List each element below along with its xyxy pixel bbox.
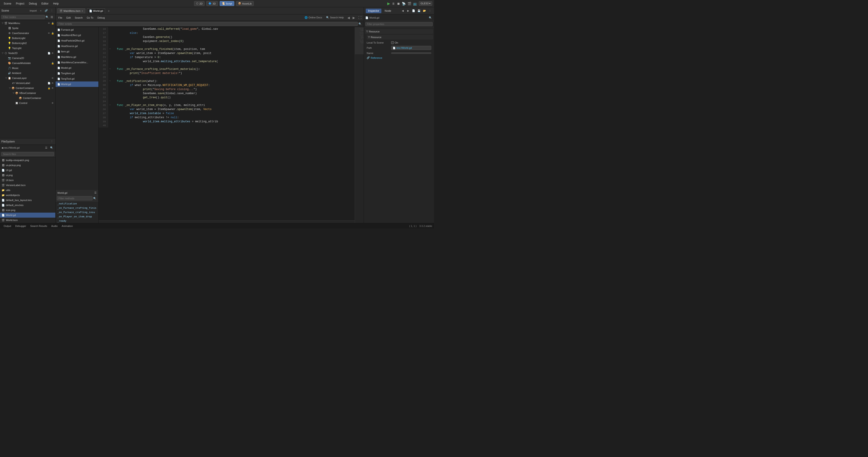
breakpoint-arrow[interactable] xyxy=(112,99,116,104)
script-item-heatitemeffect[interactable]: 📄 HeatItemEffect.gd xyxy=(56,32,98,38)
fold-arrow[interactable] xyxy=(108,51,112,55)
menu-project[interactable]: Project xyxy=(14,1,26,6)
tree-item-mainmenu[interactable]: ▽ 🎬 MainMenu 👁 🔒 xyxy=(0,21,55,26)
view-2d-button[interactable]: ⬡ 2D xyxy=(194,1,205,6)
eye-icon[interactable]: 👁 xyxy=(47,21,51,25)
eye-icon[interactable]: 👁 xyxy=(47,31,51,35)
eye-icon[interactable]: 👁 xyxy=(51,101,55,105)
breakpoint-arrow[interactable] xyxy=(112,47,116,51)
breakpoint-arrow[interactable] xyxy=(112,35,116,39)
breakpoint-arrow[interactable] xyxy=(112,87,116,91)
fold-arrow[interactable]: ▾ xyxy=(108,47,112,51)
breakpoint-arrow[interactable] xyxy=(112,63,116,67)
fs-item-ui-tscn[interactable]: 🎬 UI.tscn xyxy=(0,178,55,183)
tree-item-sprite[interactable]: 🖼 Sprite xyxy=(0,26,55,31)
tree-item-canvasmodulate[interactable]: 🎨 CanvasModulate 🔒 xyxy=(0,61,55,65)
import-label[interactable]: Import xyxy=(30,9,37,12)
script-filter-search-icon[interactable]: 🔍 xyxy=(358,22,362,26)
inspector-forward-icon[interactable]: ▶ xyxy=(406,9,410,13)
breakpoint-arrow[interactable] xyxy=(112,107,116,111)
code-area[interactable]: 16 SaveGame.call_deferred("load_game", G… xyxy=(99,27,354,220)
submenu-debug[interactable]: Debug xyxy=(96,16,106,20)
inspector-load-icon[interactable]: 📂 xyxy=(422,9,427,13)
fold-arrow[interactable] xyxy=(108,63,112,67)
fs-item-default-env[interactable]: 📄 default_env.tres xyxy=(0,203,55,208)
fullscreen-button[interactable]: ⛶ xyxy=(358,16,362,20)
tree-item-versionlabel[interactable]: 🏷 VersionLabel 📄 👁 xyxy=(0,81,55,86)
script-icon[interactable]: 📄 xyxy=(47,81,51,85)
fold-arrow[interactable] xyxy=(108,91,112,95)
tree-item-cavegenerator[interactable]: ⚙ CaveGenerator 👁 🔒 xyxy=(0,31,55,36)
menu-debug[interactable]: Debug xyxy=(27,1,38,6)
fold-arrow[interactable] xyxy=(108,83,112,87)
methods-filter-input[interactable] xyxy=(57,196,93,200)
breakpoint-arrow[interactable] xyxy=(112,115,116,120)
fold-arrow[interactable] xyxy=(108,55,112,59)
tree-item-music[interactable]: 🎵 Music xyxy=(0,65,55,70)
breakpoint-arrow[interactable] xyxy=(112,39,116,44)
submenu-edit[interactable]: Edit xyxy=(65,16,72,20)
inspector-history-icon[interactable]: ◀ xyxy=(400,9,405,13)
breakpoint-arrow[interactable] xyxy=(112,83,116,87)
tab-add-button[interactable]: + xyxy=(107,9,111,13)
tree-item-node2d[interactable]: ▽ ⬡ Node2D 📄 👁 xyxy=(0,51,55,56)
script-item-heatparticle[interactable]: 📄 HeatParticleEffect.gd xyxy=(56,38,98,44)
script-item-world-gd[interactable]: 📄 World.gd xyxy=(56,82,98,87)
breakpoint-arrow[interactable] xyxy=(112,79,116,83)
nav-forward-icon[interactable]: ▶ xyxy=(352,16,356,20)
tab-close-icon[interactable]: ✕ xyxy=(82,10,83,12)
lock-icon[interactable]: 🔒 xyxy=(51,31,55,35)
filter-properties-input[interactable] xyxy=(365,22,433,26)
fold-arrow[interactable] xyxy=(108,115,112,120)
search-files-input[interactable] xyxy=(1,152,54,156)
status-tab-search-results[interactable]: Search Results xyxy=(28,224,49,228)
fold-arrow[interactable] xyxy=(108,31,112,35)
breakpoint-arrow[interactable] xyxy=(112,103,116,107)
breakpoint-arrow[interactable] xyxy=(112,31,116,35)
eye-icon[interactable]: 👁 xyxy=(51,51,55,55)
breakpoint-arrow[interactable] xyxy=(112,59,116,63)
script-item-item[interactable]: 📄 Item.gd xyxy=(56,49,98,54)
resource-section-header[interactable]: ▽ Resource xyxy=(365,29,433,34)
tree-item-centercontainer[interactable]: ▽ 📦 CenterContainer 🔒 👁 xyxy=(0,86,55,90)
fs-item-utils[interactable]: 📁 utils xyxy=(0,188,55,193)
script-icon[interactable]: 📄 xyxy=(47,51,51,55)
script-item-mainmenucamera[interactable]: 📄 MainMenuCameraMov... xyxy=(56,60,98,65)
tree-item-centercontainer-inner[interactable]: 📦 CenterContainer xyxy=(0,95,55,101)
fs-search-icon[interactable]: 🔍 xyxy=(50,145,54,150)
status-tab-output[interactable]: Output xyxy=(2,224,13,228)
status-tab-debugger[interactable]: Debugger xyxy=(13,224,28,228)
methods-filter-icon[interactable]: 🔍 xyxy=(93,196,97,201)
fold-arrow[interactable]: ▾ xyxy=(108,67,112,71)
fs-item-default-bus[interactable]: 📄 default_bus_layout.tres xyxy=(0,198,55,203)
inspector-object-icon[interactable]: 📄 xyxy=(411,9,416,13)
breakpoint-arrow[interactable] xyxy=(112,111,116,115)
eye-icon[interactable]: 👁 xyxy=(51,76,55,80)
lock-icon[interactable]: 🔒 xyxy=(51,21,55,25)
tree-item-camera2d[interactable]: 📷 Camera2D xyxy=(0,56,55,61)
world-gd-icon[interactable]: ☰ xyxy=(94,191,97,194)
gles-badge[interactable]: GLES3 ▾ xyxy=(419,1,432,6)
tree-item-toplight[interactable]: 💡 TopLight xyxy=(0,46,55,51)
screen-button[interactable]: 📺 xyxy=(413,2,417,5)
submenu-goto[interactable]: Go To xyxy=(86,16,95,20)
method-player-drop[interactable]: _on_Player_on_item_drop xyxy=(56,215,98,219)
fs-more-icon[interactable]: ⋮ xyxy=(50,139,54,144)
fold-arrow[interactable] xyxy=(108,75,112,79)
breakpoint-arrow[interactable] xyxy=(112,120,116,124)
tree-item-vboxcontainer[interactable]: ▽ 📦 VBoxContainer xyxy=(0,90,55,95)
fold-arrow[interactable] xyxy=(108,27,112,31)
play-button[interactable]: ▶ xyxy=(387,1,390,6)
submenu-file[interactable]: File xyxy=(57,16,64,20)
fold-arrow[interactable] xyxy=(108,44,112,47)
movie-button[interactable]: 🎬 xyxy=(407,2,411,5)
eye-icon[interactable]: 👁 xyxy=(51,86,55,90)
method-notification[interactable]: _notification xyxy=(56,201,98,206)
fold-arrow[interactable] xyxy=(108,107,112,111)
script-item-tongtool[interactable]: 📄 TongTool.gd xyxy=(56,76,98,82)
fold-arrow[interactable] xyxy=(108,99,112,104)
reference-button[interactable]: 🔗 Reference xyxy=(367,56,382,59)
breakpoint-arrow[interactable] xyxy=(112,55,116,59)
fold-arrow[interactable] xyxy=(108,111,112,115)
fs-item-ui-pickup[interactable]: 🖼 ui-pickup.png xyxy=(0,163,55,168)
